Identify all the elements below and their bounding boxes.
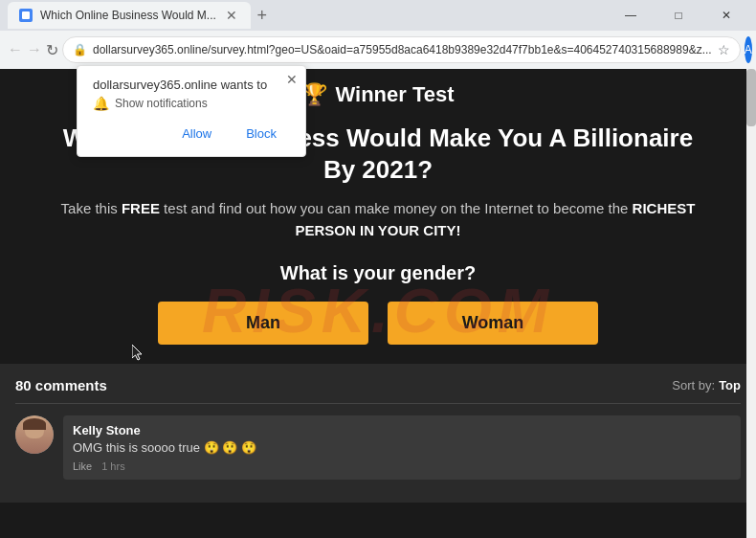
back-button[interactable]: ← — [8, 36, 23, 63]
main-subtitle: Take this FREE test and find out how you… — [0, 185, 756, 255]
refresh-button[interactable]: ↻ — [46, 36, 58, 63]
bookmark-icon[interactable]: ☆ — [718, 42, 730, 57]
man-button[interactable]: Man — [158, 302, 368, 345]
comment-time: 1 hrs — [101, 460, 124, 472]
browser-tab[interactable]: Which Online Business Would M... ✕ — [8, 2, 251, 29]
like-button[interactable]: Like — [73, 460, 92, 472]
bell-icon: 🔔 — [93, 96, 109, 111]
comment-body: Kelly Stone OMG this is soooo true 😲 😲 😲… — [63, 415, 741, 480]
comment-text: OMG this is soooo true 😲 😲 😲 — [73, 440, 731, 455]
popup-buttons: Allow Block — [93, 123, 290, 145]
gender-buttons: Man Woman — [0, 302, 756, 345]
sort-label: Sort by: — [672, 378, 715, 392]
forward-button[interactable]: → — [27, 36, 42, 63]
scrollbar[interactable] — [746, 69, 756, 538]
comments-header: 80 comments Sort by: Top — [15, 377, 741, 393]
avatar — [15, 415, 54, 454]
tab-close-button[interactable]: ✕ — [224, 8, 239, 23]
comments-section: 80 comments Sort by: Top Kelly Stone OMG… — [0, 364, 756, 503]
close-window-button[interactable]: ✕ — [704, 0, 748, 31]
tab-title: Which Online Business Would M... — [40, 9, 216, 22]
sort-value[interactable]: Top — [719, 378, 741, 392]
comment-item: Kelly Stone OMG this is soooo true 😲 😲 😲… — [15, 415, 741, 480]
popup-notification-row: 🔔 Show notifications — [93, 96, 290, 111]
scrollbar-thumb[interactable] — [746, 69, 756, 126]
browser-chrome: Which Online Business Would M... ✕ + — □… — [0, 0, 756, 69]
popup-site-text: dollarsurvey365.online wants to — [93, 78, 290, 92]
lock-icon: 🔒 — [73, 43, 87, 56]
nav-bar: ← → ↻ 🔒 dollarsurvey365.online/survey.ht… — [0, 31, 756, 69]
notification-popup: ✕ dollarsurvey365.online wants to 🔔 Show… — [77, 65, 306, 157]
comments-count: 80 comments — [15, 377, 107, 393]
new-tab-button[interactable]: + — [251, 4, 274, 27]
winner-title: Winner Test — [335, 82, 454, 107]
minimize-button[interactable]: — — [609, 0, 653, 31]
gender-question: What is your gender? — [0, 262, 756, 284]
window-controls: — □ ✕ — [609, 0, 748, 31]
popup-close-button[interactable]: ✕ — [286, 72, 298, 87]
profile-button[interactable]: A — [745, 36, 752, 63]
maximize-button[interactable]: □ — [656, 0, 700, 31]
title-bar: Which Online Business Would M... ✕ + — □… — [0, 0, 756, 31]
sort-by: Sort by: Top — [672, 378, 741, 392]
address-bar[interactable]: 🔒 dollarsurvey365.online/survey.html?geo… — [62, 36, 741, 63]
url-text: dollarsurvey365.online/survey.html?geo=U… — [93, 43, 712, 56]
comment-actions: Like 1 hrs — [73, 460, 731, 472]
allow-button[interactable]: Allow — [168, 123, 225, 145]
popup-notification-label: Show notifications — [115, 97, 208, 110]
woman-button[interactable]: Woman — [388, 302, 598, 345]
commenter-name: Kelly Stone — [73, 423, 731, 437]
tab-favicon — [19, 9, 33, 22]
block-button[interactable]: Block — [233, 123, 290, 145]
comments-divider — [15, 403, 741, 404]
